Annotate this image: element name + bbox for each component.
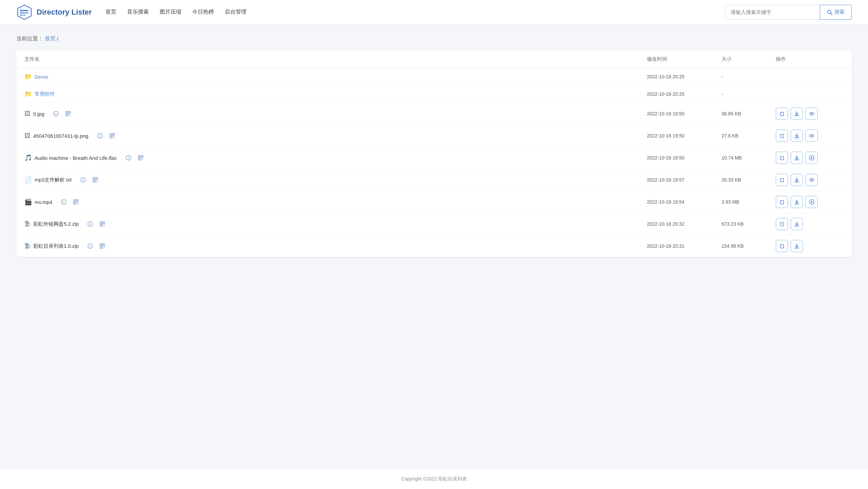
table-row: 📁 Demo 2022-10-18 20:25 - [16, 68, 852, 86]
qr-button[interactable] [98, 219, 107, 229]
copy-link-button[interactable] [776, 174, 788, 186]
file-name[interactable]: Demo [35, 74, 48, 80]
download-button[interactable] [791, 152, 803, 164]
file-icon: 🎵 [24, 154, 32, 162]
svg-text:i: i [99, 134, 100, 138]
file-name[interactable]: 45047061007431-lp.png [33, 133, 88, 139]
file-name[interactable]: 彩虹外链网盘5.2.zip [33, 221, 79, 227]
preview-button[interactable] [806, 174, 818, 186]
copy-link-button[interactable] [776, 130, 788, 142]
svg-rect-17 [68, 115, 69, 116]
file-name[interactable]: Audio machine - Breath And Life.flac [35, 155, 117, 161]
eye-icon [809, 111, 814, 116]
copy-icon [779, 155, 785, 161]
qr-icon [73, 199, 79, 205]
modified-time: 2022-10-18 19:50 [647, 155, 722, 161]
nav-item-home[interactable]: 首页 [105, 7, 116, 17]
copy-link-button[interactable] [776, 218, 788, 230]
breadcrumb-home[interactable]: 首页 [45, 35, 56, 42]
file-name[interactable]: mp3文件解析.txt [35, 177, 72, 183]
preview-button[interactable] [806, 108, 818, 120]
svg-rect-47 [142, 156, 142, 157]
file-icon: 🗜 [24, 221, 31, 228]
file-name[interactable]: 彩虹目录列表1.0.zip [33, 243, 79, 249]
search-input[interactable] [725, 5, 820, 20]
op-buttons [776, 218, 844, 230]
svg-rect-101 [104, 224, 105, 225]
download-icon [794, 155, 800, 161]
op-buttons [776, 174, 844, 186]
copy-link-button[interactable] [776, 240, 788, 252]
search-area: 搜索 [725, 5, 852, 20]
svg-rect-30 [113, 134, 114, 135]
table-row: 📄 mp3文件解析.txt i [16, 169, 852, 191]
file-size: 36.85 KB [722, 111, 776, 116]
file-name-cell: 🗜 彩虹目录列表1.0.zip i [24, 241, 647, 251]
svg-rect-52 [142, 159, 143, 160]
download-button[interactable] [791, 130, 803, 142]
download-button[interactable] [791, 218, 803, 230]
info-button[interactable]: i [85, 219, 95, 229]
svg-rect-70 [781, 178, 784, 182]
nav-item-hot[interactable]: 今日热榜 [192, 7, 214, 17]
svg-marker-57 [811, 157, 813, 159]
copy-link-button[interactable] [776, 152, 788, 164]
download-button[interactable] [791, 174, 803, 186]
svg-rect-69 [97, 182, 98, 182]
qr-button[interactable] [91, 175, 100, 185]
svg-rect-68 [96, 182, 96, 182]
search-icon [827, 10, 832, 15]
svg-rect-65 [94, 181, 94, 182]
logo-link[interactable]: Directory Lister [16, 4, 92, 20]
svg-rect-80 [74, 200, 75, 201]
nav-item-music[interactable]: 音乐搜索 [127, 7, 149, 17]
file-inline-actions: i [85, 241, 107, 251]
col-filename: 文件名 [24, 56, 647, 62]
svg-rect-117 [103, 248, 103, 248]
play-button[interactable] [806, 152, 818, 164]
qr-button[interactable] [63, 109, 73, 118]
play-button[interactable] [806, 196, 818, 208]
file-icon: 🗜 [24, 243, 31, 250]
svg-rect-46 [139, 156, 140, 157]
search-button[interactable]: 搜索 [820, 5, 852, 20]
download-button[interactable] [791, 240, 803, 252]
info-button[interactable]: i [95, 131, 105, 140]
copy-link-button[interactable] [776, 108, 788, 120]
svg-marker-91 [811, 201, 813, 203]
info-button[interactable]: i [59, 197, 68, 207]
info-button[interactable]: i [51, 109, 61, 118]
copy-icon [779, 199, 785, 205]
download-button[interactable] [791, 196, 803, 208]
info-icon: i [126, 155, 131, 161]
info-button[interactable]: i [124, 153, 133, 163]
download-icon [794, 199, 800, 205]
nav-item-image[interactable]: 图片压缩 [160, 7, 181, 17]
preview-button[interactable] [806, 130, 818, 142]
file-name[interactable]: mv.mp4 [35, 199, 52, 205]
file-name[interactable]: 常用软件 [35, 91, 55, 97]
svg-rect-103 [104, 226, 105, 226]
svg-text:i: i [63, 200, 64, 204]
qr-button[interactable] [107, 131, 117, 140]
svg-rect-98 [103, 222, 104, 223]
copy-link-button[interactable] [776, 196, 788, 208]
info-button[interactable]: i [85, 241, 95, 251]
file-inline-actions: i [78, 175, 100, 185]
modified-time: 2022-10-18 19:57 [647, 177, 722, 183]
svg-rect-112 [101, 244, 101, 245]
file-name-cell: 📁 Demo [24, 73, 647, 80]
file-name-cell: 🎵 Audio machine - Breath And Life.flac i [24, 153, 647, 163]
qr-button[interactable] [98, 241, 107, 251]
info-button[interactable]: i [78, 175, 88, 185]
file-size: 673.23 KB [722, 221, 776, 227]
qr-button[interactable] [71, 197, 81, 207]
svg-rect-16 [70, 114, 71, 115]
qr-button[interactable] [136, 153, 145, 163]
svg-rect-86 [78, 204, 78, 204]
file-name[interactable]: 0.jpg [33, 111, 44, 117]
nav-item-admin[interactable]: 后台管理 [225, 7, 246, 17]
svg-rect-49 [141, 158, 142, 159]
download-button[interactable] [791, 108, 803, 120]
file-icon: 🎬 [24, 198, 32, 206]
